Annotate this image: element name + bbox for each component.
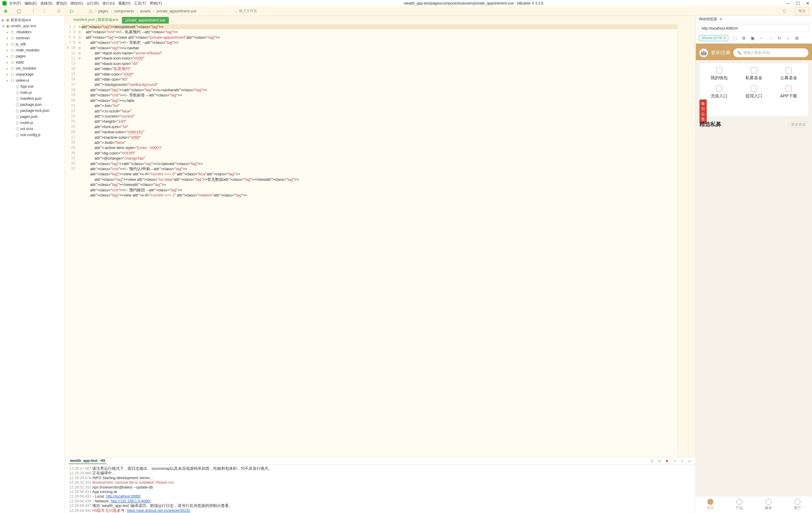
login-link[interactable]: 登录/注册: [711, 50, 730, 56]
folder-item[interactable]: ▸🗀uview-ui: [0, 78, 65, 84]
console-close-icon[interactable]: x↓: [688, 459, 692, 463]
file-item[interactable]: ◫vue.config.js: [0, 132, 65, 138]
run-icon[interactable]: ▷: [69, 9, 75, 13]
settings-icon[interactable]: ⚙: [742, 36, 746, 40]
menu-item[interactable]: 编辑(E): [25, 1, 37, 6]
device-preview[interactable]: 🤖 登录/注册 🔍 请输入基金/代码 我的钱包私募基金公募基金充值入口提现入口A…: [696, 43, 812, 513]
file-icon: ◫: [89, 9, 92, 13]
web-browser-panel: Web浏览器 ✕ http://localhost:8080/#/ iPhone…: [696, 16, 812, 513]
nav-grid-item[interactable]: 私募基金: [737, 67, 772, 81]
menu-item[interactable]: 工具(T): [134, 1, 146, 6]
forward-icon[interactable]: →: [768, 36, 773, 40]
fund-search-input[interactable]: 🔍 请输入基金/代码: [733, 49, 808, 57]
code-editor[interactable]: 1 2 3 4 5 6 7 8 9 10 11 12 13 14 15 16 1…: [65, 24, 696, 457]
folder-item[interactable]: ▸🗀js_sdk: [0, 41, 65, 47]
devtools-icon[interactable]: ▣: [751, 36, 755, 40]
tabbar-item[interactable]: 产品: [725, 496, 754, 513]
folder-item[interactable]: ▸🗀node_modules: [0, 47, 65, 53]
file-search[interactable]: ⌕ 输入文件名: [235, 8, 773, 13]
app-logo: [2, 1, 7, 5]
code-content[interactable]: attr">class="tag"><templateattr">class="…: [81, 24, 677, 457]
preview-button[interactable]: 预览: [795, 7, 809, 15]
menu-item[interactable]: 帮助(Y): [150, 1, 162, 6]
more-link[interactable]: 更多精选: [788, 122, 808, 128]
file-explorer[interactable]: ▶▣最新前端ace▼▣wealth_app-test▸🗀.hbuilderx▸🗀…: [0, 16, 65, 513]
menu-item[interactable]: 发行(U): [103, 1, 115, 6]
tab-manifest[interactable]: manifest.json | 最新前端ace: [70, 16, 122, 24]
main-menu[interactable]: 文件(F)编辑(E)选择(S)查找(I)跳转(G)运行(R)发行(U)视图(V)…: [9, 1, 162, 6]
folder-item[interactable]: ▸🗀pages: [0, 53, 65, 59]
file-item[interactable]: ◫package-lock.json: [0, 108, 65, 114]
tabbar-item[interactable]: 首页: [696, 496, 725, 513]
window-controls[interactable]: — ☐ ✕: [786, 1, 810, 6]
tabbar-item[interactable]: 资产: [783, 496, 812, 513]
file-item[interactable]: ◫router.js: [0, 120, 65, 126]
file-item[interactable]: ◫package.json: [0, 101, 65, 108]
file-item[interactable]: ◫App.vue: [0, 84, 65, 89]
bottom-tabbar[interactable]: 首页产品服务资产: [696, 496, 812, 513]
nav-grid-item[interactable]: 提现入口: [737, 86, 772, 99]
star-icon[interactable]: ☆: [56, 9, 61, 13]
console-copy-icon[interactable]: ⎘: [651, 459, 653, 463]
device-selector[interactable]: iPhone 6/7/8▾: [699, 35, 728, 41]
nav-grid-item[interactable]: APP下载: [771, 86, 806, 99]
menu-item[interactable]: 跳转(G): [70, 1, 83, 6]
console-collapse-icon[interactable]: ∧: [681, 459, 684, 463]
menu-item[interactable]: 视图(V): [118, 1, 130, 6]
project-root[interactable]: ▼▣wealth_app-test: [0, 23, 65, 29]
folder-item[interactable]: ▸🗀unpackage: [0, 71, 65, 78]
menu-item[interactable]: 查找(I): [56, 1, 66, 6]
folder-item[interactable]: ▸🗀static: [0, 59, 65, 65]
console-export-icon[interactable]: ↗: [673, 459, 676, 463]
daily-announcement-badge[interactable]: 每日公告: [699, 99, 707, 124]
minimize-icon[interactable]: —: [786, 1, 790, 6]
grid-icon[interactable]: ⊞: [795, 36, 799, 40]
menu-item[interactable]: 选择(S): [40, 1, 52, 6]
file-item[interactable]: ◫manifest.json: [0, 95, 65, 101]
tab-private-appointment[interactable]: private_appointment.vue: [122, 17, 169, 24]
folder-item[interactable]: ▸🗀common: [0, 35, 65, 41]
back-icon[interactable]: ←: [759, 36, 763, 40]
folder-item[interactable]: ▸🗀.hbuilderx: [0, 29, 65, 35]
breadcrumb[interactable]: ◫ ‹ pages› components› assets› private_a…: [89, 9, 196, 13]
daily-announcement-card[interactable]: [707, 99, 808, 116]
close-icon[interactable]: ✕: [806, 1, 810, 6]
console-panel: wealth_app-test - H5 ⎘ ⊘ ■ ↗ ∧ x↓ 12:29:…: [65, 457, 696, 513]
close-icon[interactable]: ✕: [719, 17, 722, 22]
new-file-icon[interactable]: ⊕: [3, 9, 8, 13]
forward-icon[interactable]: 〉: [43, 9, 48, 13]
menu-item[interactable]: 运行(R): [87, 1, 99, 6]
nav-grid-item[interactable]: 充值入口: [702, 86, 737, 99]
window-title: wealth_app-test/pages/components/assets/…: [162, 1, 786, 5]
nav-grid-item[interactable]: 公募基金: [771, 67, 806, 81]
file-item[interactable]: ◫main.js: [0, 89, 65, 95]
grid-icon: [716, 86, 722, 92]
console-output[interactable]: 12:29:17.667 请注意运行模式下，因日志输出、sourcemap以及未…: [65, 464, 696, 513]
lock-icon[interactable]: ⫠: [786, 36, 790, 40]
tabbar-icon: [707, 499, 714, 505]
file-item[interactable]: ◫uni.scss: [0, 126, 65, 132]
url-bar[interactable]: http://localhost:8080/#/: [699, 25, 809, 32]
browser-tab[interactable]: Web浏览器 ✕: [696, 16, 812, 23]
grid-icon: [716, 67, 722, 73]
console-tab[interactable]: wealth_app-test - H5: [69, 458, 107, 464]
console-stop-icon[interactable]: ⊘: [658, 459, 661, 463]
project-root[interactable]: ▶▣最新前端ace: [0, 17, 65, 23]
folder-item[interactable]: ▸🗀uni_modules: [0, 65, 65, 71]
responsive-icon[interactable]: ⬚: [733, 36, 737, 40]
reload-icon[interactable]: ↻: [778, 36, 781, 40]
menu-item[interactable]: 文件(F): [9, 1, 21, 6]
save-icon[interactable]: ▢: [16, 9, 21, 13]
avatar-icon[interactable]: 🤖: [699, 49, 708, 57]
maximize-icon[interactable]: ☐: [796, 1, 800, 6]
back-icon[interactable]: 〈: [30, 9, 34, 13]
fold-column[interactable]: ⊟ ⊟ ⊟ ⊟ ⊟ ⊟ ⊟: [78, 24, 81, 457]
console-clear-icon[interactable]: ■: [666, 459, 668, 463]
tabbar-item[interactable]: 服务: [754, 496, 783, 513]
editor-tabs[interactable]: manifest.json | 最新前端ace private_appointm…: [65, 16, 696, 24]
filter-icon[interactable]: ▽: [782, 9, 787, 13]
minimap[interactable]: [677, 24, 696, 457]
nav-grid-item[interactable]: 我的钱包: [702, 67, 737, 81]
tabbar-icon: [794, 499, 801, 505]
file-item[interactable]: ◫pages.json: [0, 114, 65, 120]
